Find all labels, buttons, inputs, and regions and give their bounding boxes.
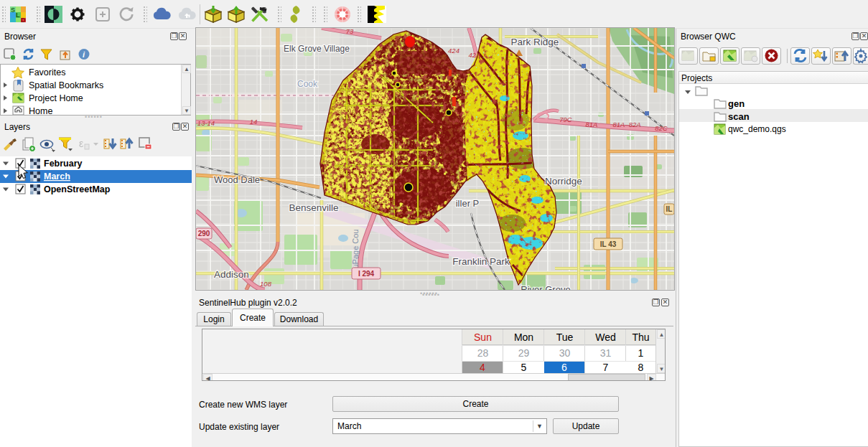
svg-text:Project Home: Project Home — [29, 93, 83, 103]
svg-text:Elk Grove Village: Elk Grove Village — [284, 44, 350, 54]
svg-text:42A: 42A — [469, 51, 481, 59]
svg-text:Home: Home — [29, 106, 52, 115]
svg-text:scan: scan — [728, 111, 750, 122]
svg-text:Cook: Cook — [297, 79, 318, 89]
svg-text:I 294: I 294 — [358, 270, 375, 278]
svg-text:Franklin Park: Franklin Park — [452, 256, 510, 267]
svg-text:ε: ε — [79, 138, 83, 149]
svg-text:March: March — [44, 171, 70, 182]
svg-text:Norridge: Norridge — [545, 176, 582, 187]
svg-text:qwc_demo.qgs: qwc_demo.qgs — [728, 124, 786, 134]
svg-text:Addison: Addison — [214, 269, 249, 280]
svg-text:iller P: iller P — [456, 198, 480, 209]
svg-text:Park Ridge: Park Ridge — [511, 37, 559, 47]
svg-text:OpenStreetMap: OpenStreetMap — [44, 184, 111, 194]
svg-text:IL: IL — [666, 205, 673, 213]
svg-text:Spatial Bookmarks: Spatial Bookmarks — [29, 80, 103, 90]
svg-text:13-14: 13-14 — [197, 119, 215, 127]
svg-text:Favorites: Favorites — [29, 67, 65, 77]
svg-text:Wood Dale: Wood Dale — [214, 174, 260, 185]
svg-text:February: February — [44, 159, 83, 169]
svg-text:82C: 82C — [655, 124, 668, 132]
svg-text:IL 43: IL 43 — [600, 240, 617, 248]
svg-text:108: 108 — [260, 280, 272, 288]
svg-text:290: 290 — [198, 230, 210, 237]
svg-text:gen: gen — [728, 98, 745, 109]
svg-text:River Grove: River Grove — [521, 284, 570, 290]
svg-text:D: D — [21, 17, 26, 23]
svg-text:Bensenville: Bensenville — [289, 202, 338, 213]
svg-text:L: L — [16, 11, 20, 19]
svg-text:14: 14 — [250, 118, 258, 126]
svg-text:S: S — [11, 6, 15, 14]
svg-text:73: 73 — [346, 28, 354, 35]
svg-text:424: 424 — [448, 47, 459, 55]
svg-text:81A: 81A — [586, 121, 598, 128]
svg-text:79C: 79C — [559, 116, 572, 123]
svg-text:81A–82A: 81A–82A — [612, 121, 640, 128]
